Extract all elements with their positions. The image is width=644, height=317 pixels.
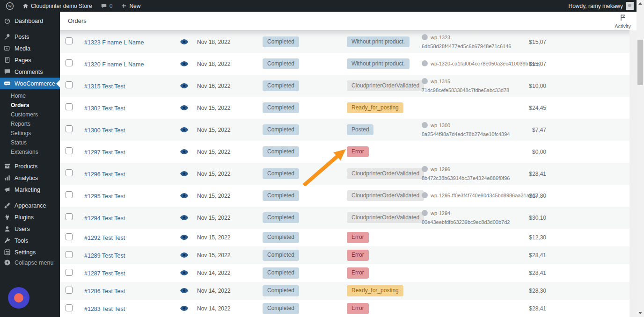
preview-eye-icon[interactable]	[180, 251, 197, 259]
chat-widget-dot	[14, 293, 23, 303]
sidebar-item-dashboard[interactable]: Dashboard	[0, 15, 60, 27]
cloudprinter-status-cell: CloudprinterOrderValidated	[347, 212, 422, 223]
order-link[interactable]: #1323 F name L Name	[84, 39, 144, 46]
order-status-cell: Completed	[263, 303, 347, 314]
submenu-item-orders[interactable]: Orders	[0, 101, 60, 110]
sidebar-item-comments[interactable]: Comments	[0, 66, 60, 78]
submenu-item-extensions[interactable]: Extensions	[0, 147, 60, 157]
scrollbar-thumb[interactable]	[637, 40, 643, 85]
row-checkbox[interactable]	[66, 304, 73, 311]
row-checkbox-cell	[66, 287, 84, 295]
order-cell: #1302 Test Test	[84, 104, 180, 112]
submenu-item-settings[interactable]: Settings	[0, 129, 60, 138]
preview-eye-icon[interactable]	[180, 269, 197, 277]
order-link[interactable]: #1300 Test Test	[84, 127, 125, 134]
preview-eye-icon[interactable]	[180, 82, 197, 90]
row-checkbox[interactable]	[66, 213, 73, 220]
table-row: #1296 Test TestNov 15, 2022CompletedClou…	[60, 163, 629, 185]
sidebar-item-products[interactable]: Products	[0, 160, 60, 172]
row-checkbox[interactable]	[66, 169, 73, 176]
row-checkbox[interactable]	[66, 287, 73, 294]
row-checkbox[interactable]	[66, 147, 73, 154]
preview-eye-icon[interactable]	[180, 38, 197, 46]
new-menu[interactable]: New	[117, 0, 145, 12]
scrollbar-down-arrow-icon[interactable]	[638, 312, 642, 314]
row-checkbox[interactable]	[66, 125, 73, 132]
preview-eye-icon[interactable]	[180, 170, 197, 178]
row-checkbox[interactable]	[66, 37, 73, 44]
preview-eye-icon[interactable]	[180, 287, 197, 295]
preview-eye-icon[interactable]	[180, 148, 197, 156]
order-link[interactable]: #1295 Test Test	[84, 193, 125, 200]
submenu-item-customers[interactable]: Customers	[0, 110, 60, 119]
preview-eye-icon[interactable]	[180, 214, 197, 222]
sidebar-item-marketing[interactable]: Marketing	[0, 184, 60, 195]
submenu-item-home[interactable]: Home	[0, 91, 60, 101]
order-link[interactable]: #1296 Test Test	[84, 171, 125, 178]
order-link[interactable]: #1289 Test Test	[84, 252, 125, 259]
order-status-cell: Completed	[263, 212, 347, 223]
preview-eye-icon[interactable]	[180, 233, 197, 242]
table-row: #1286 Test TestNov 14, 2022CompletedRead…	[60, 282, 629, 300]
row-checkbox[interactable]	[66, 251, 73, 258]
preview-eye-icon[interactable]	[180, 60, 197, 68]
sidebar-item-woocommerce[interactable]: WooWooCommerce	[0, 78, 60, 89]
order-date: Nov 14, 2022	[197, 305, 263, 312]
order-link[interactable]: #1283 Test Test	[84, 306, 125, 312]
order-link[interactable]: #1320 F name L Name	[84, 61, 144, 68]
collapse-menu-button[interactable]: Collapse menu	[0, 257, 60, 268]
order-link[interactable]: #1315 Test Test	[84, 83, 125, 90]
preview-eye-icon[interactable]	[180, 126, 197, 134]
order-link[interactable]: #1286 Test Test	[84, 288, 125, 295]
order-link[interactable]: #1294 Test Test	[84, 215, 125, 222]
sidebar-item-label: Tools	[15, 238, 28, 244]
activity-button[interactable]: Activity	[615, 14, 631, 29]
order-total: $15,07	[522, 39, 546, 45]
cloudprinter-ref-cell: wp-1296-8b472c38b63914bc37e4324e886f0f96	[422, 165, 522, 182]
sidebar-item-posts[interactable]: Posts	[0, 31, 60, 43]
vertical-scrollbar[interactable]	[637, 0, 644, 317]
avatar[interactable]	[626, 2, 634, 10]
sidebar-item-pages[interactable]: Pages	[0, 54, 60, 66]
howdy-menu[interactable]: Howdy, ramy mekawy	[569, 3, 623, 9]
order-cell: #1283 Test Test	[84, 304, 180, 313]
sidebar-item-tools[interactable]: Tools	[0, 235, 60, 246]
comments-menu[interactable]: 0	[96, 0, 117, 12]
order-link[interactable]: #1287 Test Test	[84, 270, 125, 277]
order-cell: #1286 Test Test	[84, 287, 180, 295]
row-checkbox-cell	[66, 304, 84, 313]
row-checkbox-cell	[66, 169, 84, 178]
row-checkbox[interactable]	[66, 191, 73, 198]
order-total: $28,41	[522, 270, 546, 276]
wordpress-logo-icon[interactable]: W	[0, 0, 18, 12]
site-name-menu[interactable]: Cloudprinter demo Store	[18, 0, 96, 12]
cloudprinter-ref-cell: wp-1323-6db58d28f4477ed5c6b67948e71c6146	[422, 33, 522, 50]
submenu-item-status[interactable]: Status	[0, 138, 60, 147]
sidebar-item-users[interactable]: Users	[0, 223, 60, 235]
row-checkbox[interactable]	[66, 81, 73, 88]
sidebar-item-appearance[interactable]: Appearance	[0, 200, 60, 211]
status-badge: Completed	[263, 232, 299, 243]
row-checkbox[interactable]	[66, 103, 73, 110]
order-cell: #1297 Test Test	[84, 148, 180, 156]
submenu-item-reports[interactable]: Reports	[0, 119, 60, 129]
row-checkbox[interactable]	[66, 59, 73, 66]
order-link[interactable]: #1292 Test Test	[84, 235, 125, 241]
table-row: #1315 Test TestNov 16, 2022CompletedClou…	[60, 75, 629, 97]
preview-eye-icon[interactable]	[180, 104, 197, 112]
order-link[interactable]: #1302 Test Test	[84, 105, 125, 112]
preview-eye-icon[interactable]	[180, 192, 197, 200]
cloudprinter-status-cell: CloudprinterOrderValidated	[347, 168, 422, 180]
order-link[interactable]: #1297 Test Test	[84, 149, 125, 156]
sidebar-item-media[interactable]: Media	[0, 43, 60, 54]
row-checkbox[interactable]	[66, 233, 73, 240]
preview-eye-icon[interactable]	[180, 304, 197, 313]
row-checkbox[interactable]	[66, 269, 73, 276]
status-badge: Completed	[263, 124, 299, 136]
collapse-menu-label: Collapse menu	[15, 259, 53, 266]
chat-widget-button[interactable]	[8, 287, 29, 309]
sidebar-item-plugins[interactable]: Plugins	[0, 211, 60, 223]
sidebar-item-analytics[interactable]: Analytics	[0, 172, 60, 184]
cloudprinter-status-badge: Without print product.	[347, 58, 410, 70]
scrollbar-up-arrow-icon[interactable]	[638, 2, 642, 5]
